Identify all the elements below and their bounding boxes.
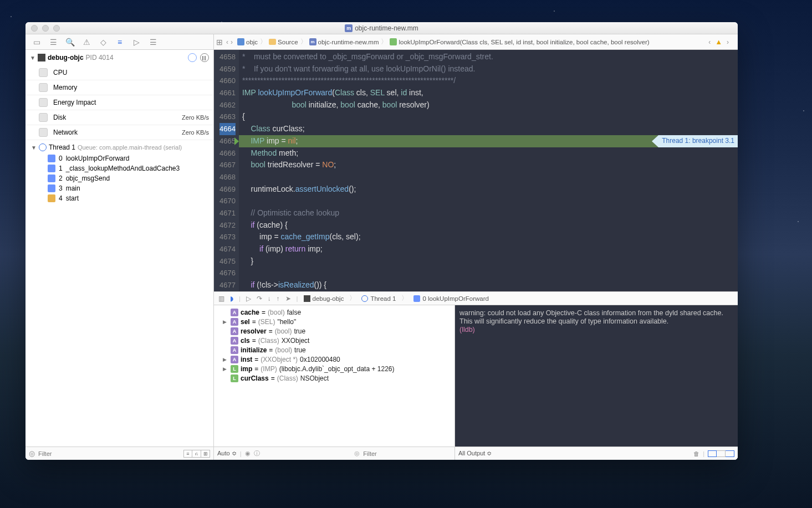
gauge-row-memory[interactable]: Memory [25,80,213,95]
disclosure-icon[interactable]: ▼ [30,55,35,61]
variables-list[interactable]: A cache = (bool) false▶ A sel = (SEL) "h… [214,305,454,447]
variable-row[interactable]: A initialize = (bool) true [217,345,451,355]
gutter-line[interactable]: 4676 [219,267,236,279]
gutter-line[interactable]: 4663 [219,111,236,123]
project-nav-icon[interactable]: ▭ [31,37,42,48]
prev-issue-icon[interactable]: ‹ [707,38,712,46]
code-line[interactable]: bool initialize, bool cache, bool resolv… [239,99,738,111]
code-area[interactable]: * must be converted to _objc_msgForward … [239,50,738,291]
debug-panes-toggle[interactable] [708,450,734,457]
gutter-line[interactable]: 4662 [219,99,236,111]
gutter-line[interactable]: 4673 [219,231,236,243]
dbg-thread-crumb[interactable]: Thread 1 [361,295,396,302]
code-line[interactable]: bool triedResolver = NO; [239,159,738,171]
print-description-icon[interactable]: ⓘ [254,449,260,458]
gauge-toggle-icon[interactable] [188,53,197,62]
report-nav-icon[interactable]: ☰ [147,37,159,48]
issue-nav-icon[interactable]: ⚠ [81,37,92,48]
dbg-process-crumb[interactable]: debug-objc [304,295,344,302]
code-line[interactable]: IMP imp = nil;Thread 1: breakpoint 3.1 [239,135,738,147]
code-line[interactable]: Method meth; [239,147,738,160]
navigator-filter-input[interactable] [38,450,180,457]
code-line[interactable]: imp = cache_getImp(cls, sel); [239,231,738,243]
process-row[interactable]: ▼ debug-objc PID 4014 [25,50,213,65]
variable-row[interactable]: A resolver = (bool) true [217,326,451,336]
gutter-line[interactable]: 4666 [219,147,236,160]
gutter-line[interactable]: 4659 [219,63,236,75]
code-line[interactable]: ****************************************… [239,75,738,87]
search-nav-icon[interactable]: 🔍 [64,37,75,48]
code-line[interactable]: // Optimistic cache lookup [239,207,738,219]
variables-mode-select[interactable]: Auto ≎ [217,450,237,457]
debug-nav-icon[interactable]: ≡ [114,37,125,48]
code-line[interactable]: if (!cls->isRealized()) { [239,279,738,291]
code-line[interactable]: * If you don't want forwarding at all, u… [239,63,738,75]
source-editor[interactable]: 4658465946604661466246634664466546664667… [214,50,738,291]
gutter-line[interactable]: 4677 [219,279,236,291]
symbol-nav-icon[interactable]: ☰ [48,37,59,48]
variables-filter-input[interactable] [363,450,451,457]
code-line[interactable]: IMP lookUpImpOrForward(Class cls, SEL se… [239,87,738,99]
gutter-line[interactable]: 4675 [219,255,236,268]
warning-icon[interactable]: ▲ [715,38,722,46]
gutter-line[interactable]: 4668 [219,171,236,183]
gutter-line[interactable]: 4672 [219,219,236,232]
gutter-line[interactable]: 4671 [219,207,236,219]
gauge-row-energy-impact[interactable]: Energy Impact [25,95,213,110]
gutter-line[interactable]: 4660 [219,75,236,87]
console-output[interactable]: warning: could not load any Objective-C … [455,305,738,447]
disclosure-icon[interactable]: ▶ [223,366,228,372]
code-line[interactable]: runtimeLock.assertUnlocked(); [239,183,738,196]
gutter-line[interactable]: 4665 [219,135,236,147]
code-line[interactable] [239,267,738,279]
code-line[interactable]: * must be converted to _objc_msgForward … [239,51,738,63]
hide-debug-icon[interactable]: ▥ [218,295,224,302]
forward-icon[interactable]: › [229,38,234,46]
line-gutter[interactable]: 4658465946604661466246634664466546664667… [214,50,239,291]
thread-row[interactable]: ▼ Thread 1 Queue: com.apple.main-thread … [25,140,213,153]
stack-frame[interactable]: 2 objc_msgSend [25,173,213,183]
variable-row[interactable]: ▶ A inst = (XXObject *) 0x102000480 [217,355,451,364]
code-line[interactable]: if (imp) return imp; [239,243,738,255]
jump-bar[interactable]: objc 〉 Source 〉 m objc-runtime-new.mm 〉 … [234,38,738,46]
gauge-row-cpu[interactable]: CPU [25,65,213,80]
code-line[interactable]: Class curClass; [239,123,738,135]
continue-icon[interactable]: ▷ [246,295,251,302]
clear-console-icon[interactable]: 🗑 [693,450,699,457]
stack-frame[interactable]: 0 lookUpImpOrForward [25,153,213,163]
variable-row[interactable]: A cls = (Class) XXObject [217,336,451,345]
code-line[interactable] [239,171,738,183]
quicklook-icon[interactable]: ◉ [245,450,251,457]
related-items-icon[interactable]: ⊞ [214,37,225,48]
dbg-frame-crumb[interactable]: 0 lookUpImpOrForward [413,295,489,302]
filter-icon[interactable]: ◎ [29,449,35,458]
gutter-line[interactable]: 4664 [219,123,236,135]
gutter-line[interactable]: 4661 [219,87,236,99]
breakpoint-nav-icon[interactable]: ▷ [131,37,142,48]
variable-row[interactable]: A cache = (bool) false [217,307,451,317]
console-mode-select[interactable]: All Output ≎ [458,450,492,457]
gutter-line[interactable]: 4669 [219,183,236,196]
stack-frame[interactable]: 1 _class_lookupMethodAndLoadCache3 [25,163,213,173]
filter-threads-icon[interactable] [200,53,209,62]
gauge-row-disk[interactable]: Disk Zero KB/s [25,110,213,125]
code-line[interactable]: if (cache) { [239,219,738,232]
gutter-line[interactable]: 4667 [219,159,236,171]
gutter-line[interactable]: 4674 [219,243,236,255]
disclosure-icon[interactable]: ▼ [31,145,37,151]
view-debug-icon[interactable]: ➤ [285,295,291,302]
filter-icon[interactable]: ◎ [354,450,360,457]
gutter-line[interactable]: 4658 [219,51,236,63]
disclosure-icon[interactable]: ▶ [223,357,228,362]
code-line[interactable] [239,195,738,207]
code-line[interactable]: } [239,255,738,268]
step-out-icon[interactable]: ↑ [277,295,280,302]
back-icon[interactable]: ‹ [225,38,229,46]
variable-row[interactable]: ▶ A sel = (SEL) "hello" [217,317,451,326]
stack-frame[interactable]: 4 start [25,193,213,203]
thread-filter-segments[interactable]: ≡⎌⊞ [183,450,210,458]
variable-row[interactable]: ▶ L imp = (IMP) (libobjc.A.dylib`_objc_o… [217,364,451,373]
variable-row[interactable]: L curClass = (Class) NSObject [217,373,451,383]
code-line[interactable]: { [239,111,738,123]
gutter-line[interactable]: 4670 [219,195,236,207]
